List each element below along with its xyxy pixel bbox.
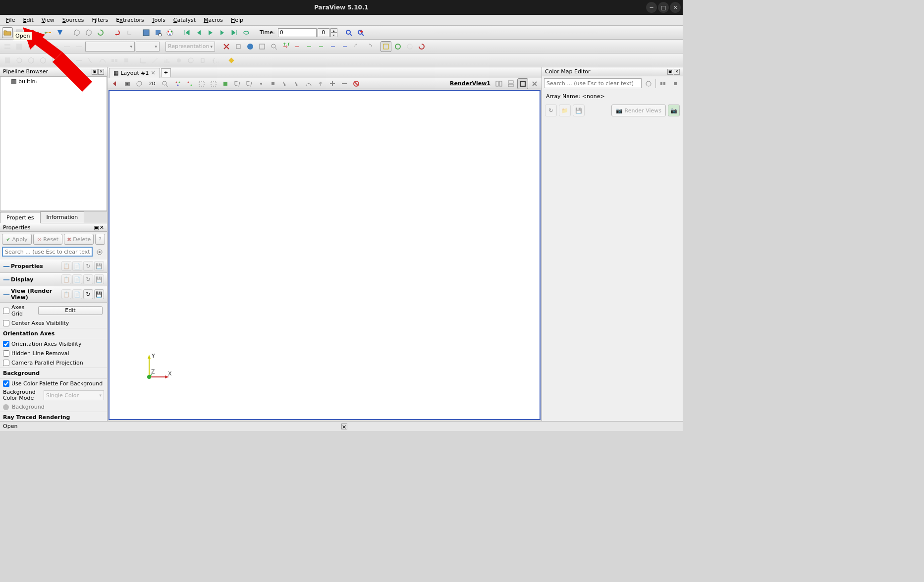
orientation-axes-checkbox[interactable] <box>3 341 9 347</box>
filter-slice[interactable] <box>38 55 49 66</box>
close-button[interactable]: ✕ <box>670 2 681 13</box>
auto-render-toggle[interactable]: 📷 <box>668 105 680 116</box>
reset-props-button[interactable]: ↻ <box>83 261 93 271</box>
auto-apply-button[interactable] <box>141 27 152 38</box>
toggle-button-1[interactable] <box>404 41 415 52</box>
extract-block[interactable]: {..} <box>209 55 220 66</box>
close-view-button[interactable] <box>529 78 540 89</box>
undo-button[interactable] <box>112 27 123 38</box>
shrink-selection-button[interactable] <box>315 78 326 89</box>
first-frame-button[interactable] <box>181 27 192 38</box>
rescale-button-4[interactable] <box>73 41 84 52</box>
collapse-view-icon[interactable]: — <box>3 290 9 298</box>
pipeline-item-builtin[interactable]: builtin: <box>0 77 107 86</box>
render-views-button[interactable]: 📷Render Views <box>611 105 666 116</box>
properties-search-input[interactable] <box>2 247 93 257</box>
add-selection-button[interactable] <box>327 78 338 89</box>
reset-range-button[interactable] <box>416 41 427 52</box>
orientation-axes-widget[interactable]: Y X Z <box>139 350 179 389</box>
cube-button-2[interactable] <box>83 27 94 38</box>
rotate-90-left[interactable] <box>352 41 363 52</box>
menu-extractors[interactable]: Extractors <box>112 16 148 24</box>
probe-location[interactable] <box>173 55 184 66</box>
temporal-stats[interactable] <box>185 55 196 66</box>
paste-display-button[interactable]: 📄 <box>72 274 82 284</box>
menu-edit[interactable]: Edit <box>19 16 37 24</box>
advanced-toggle[interactable] <box>94 247 105 258</box>
interactive-select-points[interactable] <box>256 78 267 89</box>
camera-parallel-checkbox[interactable] <box>3 360 9 366</box>
close-panel-button[interactable]: ✕ <box>98 69 104 75</box>
save-view-button[interactable]: 💾 <box>94 289 104 299</box>
pipeline-browser[interactable]: builtin: <box>0 76 107 211</box>
view-minus-y[interactable] <box>316 41 327 52</box>
close-layout-button[interactable]: ✕ <box>151 70 156 76</box>
disconnect-button[interactable] <box>43 27 54 38</box>
save-props-button[interactable]: 💾 <box>94 261 104 271</box>
paste-view-button[interactable]: 📄 <box>72 289 82 299</box>
hover-points-button[interactable] <box>279 78 290 89</box>
reset-camera-x-button[interactable] <box>221 41 232 52</box>
menu-tools[interactable]: Tools <box>148 16 169 24</box>
select-polygon-points[interactable] <box>232 78 243 89</box>
menu-help[interactable]: Help <box>227 16 247 24</box>
load-state-button[interactable] <box>54 27 65 38</box>
subtract-selection-button[interactable] <box>339 78 350 89</box>
maximize-button[interactable]: □ <box>658 2 669 13</box>
menu-catalyst[interactable]: Catalyst <box>169 16 200 24</box>
save-display-button[interactable]: 💾 <box>94 274 104 284</box>
axes-grid-checkbox[interactable] <box>3 308 9 314</box>
find-data-button[interactable] <box>153 27 163 38</box>
minimize-button[interactable]: − <box>646 2 657 13</box>
select-cells-on-button[interactable] <box>184 78 195 89</box>
menu-view[interactable]: View <box>38 16 58 24</box>
hover-cells-button[interactable] <box>291 78 302 89</box>
select-block-button[interactable] <box>220 78 231 89</box>
copy-display-button[interactable]: 📋 <box>61 274 71 284</box>
float-cmap-button[interactable]: ▣ <box>667 69 673 75</box>
prev-frame-button[interactable] <box>193 27 204 38</box>
tab-properties[interactable]: Properties <box>0 212 41 223</box>
open-button[interactable] <box>2 27 13 38</box>
time-step-input[interactable] <box>318 28 329 37</box>
grow-selection-button[interactable] <box>303 78 314 89</box>
clear-selection-button[interactable] <box>351 78 362 89</box>
help-button[interactable]: ? <box>95 234 105 245</box>
time-input[interactable] <box>278 28 317 37</box>
color-palette-button[interactable] <box>164 27 175 38</box>
menu-sources[interactable]: Sources <box>58 16 88 24</box>
tab-information[interactable]: Information <box>40 212 85 223</box>
close-cmap-button[interactable]: ✕ <box>674 69 680 75</box>
filter-clip[interactable] <box>26 55 37 66</box>
add-layout-button[interactable]: + <box>161 68 171 77</box>
delete-button[interactable]: ✖Delete <box>64 234 94 245</box>
filter-warp[interactable] <box>97 55 108 66</box>
separate-button[interactable] <box>26 41 37 52</box>
filter-group[interactable] <box>109 55 120 66</box>
export-cmap-button[interactable]: 💾 <box>573 105 585 116</box>
view-plus-y[interactable] <box>304 41 315 52</box>
plot-selection[interactable] <box>138 55 149 66</box>
collapse-display-icon[interactable]: — <box>3 275 9 283</box>
view-plus-z[interactable] <box>328 41 339 52</box>
interactive-select-cells[interactable] <box>268 78 278 89</box>
quartile-chart[interactable] <box>197 55 208 66</box>
import-cmap-button[interactable]: 📁 <box>559 105 571 116</box>
zoom-closet-button[interactable] <box>245 41 256 52</box>
reset-button[interactable]: ⊘Reset <box>33 234 63 245</box>
view-plus-x[interactable]: +Y <box>280 41 291 52</box>
status-progress-button[interactable]: ✕ <box>341 423 347 429</box>
loop-button[interactable] <box>241 27 252 38</box>
view-back-button[interactable] <box>109 78 120 89</box>
filter-contour[interactable] <box>14 55 25 66</box>
select-points-through-button[interactable] <box>196 78 207 89</box>
close-props-button[interactable]: ✕ <box>100 224 104 231</box>
split-v-button[interactable] <box>505 78 516 89</box>
reload-button[interactable] <box>95 27 106 38</box>
play-button[interactable] <box>205 27 216 38</box>
select-polygon-cells[interactable] <box>244 78 255 89</box>
array-type-combo[interactable] <box>85 42 135 52</box>
render-view[interactable]: Y X Z <box>109 90 541 420</box>
grab-button[interactable] <box>392 41 403 52</box>
paste-props-button[interactable]: 📄 <box>72 261 82 271</box>
